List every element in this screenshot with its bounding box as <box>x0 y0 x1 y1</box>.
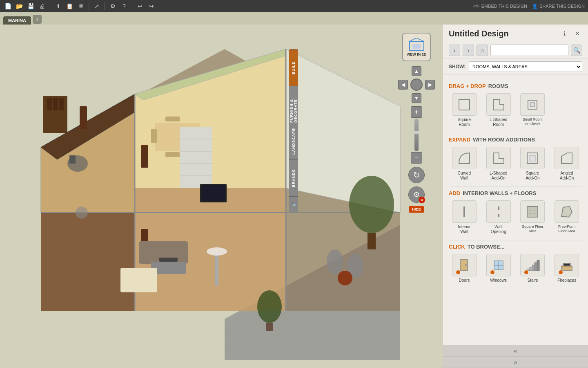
doors-icon <box>452 254 477 276</box>
nav-right-button[interactable]: ▶ <box>425 80 435 90</box>
zoom-slider[interactable] <box>414 119 419 151</box>
toolbar-right: </> EMBED THIS DESIGN 👤 SHARE THIS DESIG… <box>473 4 585 9</box>
item-square-room[interactable]: SquareRoom <box>449 93 480 127</box>
panel-forward-button[interactable]: › <box>463 45 474 56</box>
settings-icon[interactable]: ⚙ <box>108 2 117 11</box>
panel-search-input[interactable] <box>490 45 568 56</box>
collapse-down-button[interactable]: » <box>443 357 588 368</box>
undo-icon[interactable]: ↩ <box>136 2 145 11</box>
svg-rect-90 <box>532 265 535 271</box>
svg-rect-30 <box>59 98 64 110</box>
item-doors[interactable]: Doors <box>449 254 480 283</box>
interior-accent: ADD <box>449 190 460 196</box>
item-lshaped-room[interactable]: L-ShapedRoom <box>483 93 514 127</box>
zoom-handle[interactable] <box>414 131 419 134</box>
svg-line-62 <box>410 38 416 41</box>
nav-center-button[interactable] <box>410 79 423 91</box>
svg-rect-29 <box>53 98 58 110</box>
panel-nav: ‹ › ⌂ 🔍 <box>443 42 588 59</box>
svg-rect-25 <box>141 145 148 168</box>
share-button[interactable]: 👤 SHARE THIS DESIGN <box>532 4 585 9</box>
collapse-up-button[interactable]: « <box>443 345 588 357</box>
side-tab-build[interactable]: BUILD <box>289 49 298 86</box>
rotate-button[interactable]: ↻ <box>408 167 425 183</box>
interior-wall-icon <box>452 200 477 223</box>
zoom-in-button[interactable]: + <box>411 106 422 118</box>
svg-rect-92 <box>537 260 539 271</box>
svg-rect-28 <box>47 98 52 110</box>
share-icon: 👤 <box>532 4 538 9</box>
hide-label: HIDE <box>412 207 421 211</box>
svg-rect-77 <box>527 206 538 217</box>
drag-drop-accent: DRAG + DROP <box>449 83 486 89</box>
side-tab-brands[interactable]: BRANDS <box>289 159 298 196</box>
small-room-icon <box>520 93 545 116</box>
add-tab-button[interactable]: + <box>33 15 42 24</box>
nav-left-button[interactable]: ◀ <box>398 80 408 90</box>
item-angled-addon[interactable]: AngledAdd-On <box>551 147 582 181</box>
square-room-icon <box>452 93 477 116</box>
nav-up-button[interactable]: ▲ <box>412 66 421 76</box>
settings-overlay-button[interactable]: ⚙ ✕ <box>408 186 425 203</box>
item-small-room[interactable]: Small Roomor Closet <box>517 93 548 127</box>
sep2 <box>89 2 89 10</box>
zoom-out-button[interactable]: − <box>411 152 422 164</box>
tab-marina[interactable]: MARINA <box>3 16 31 25</box>
sep3 <box>105 2 105 10</box>
item-stairs[interactable]: Stairs <box>517 254 548 283</box>
side-tab-landscape[interactable]: LANDSCAPE <box>289 123 298 159</box>
export-icon[interactable]: ↗ <box>92 2 101 11</box>
nav-pad: ▲ ◀ ▶ ▼ <box>398 66 435 103</box>
open-icon[interactable]: 📂 <box>15 2 24 11</box>
print-icon[interactable]: 🖨 <box>38 2 47 11</box>
share-label: SHARE THIS DESIGN <box>539 4 585 9</box>
side-tab-search[interactable]: 🔍 <box>289 196 298 213</box>
new-icon[interactable]: 📄 <box>3 2 12 11</box>
stairs-label: Stairs <box>528 278 538 283</box>
panel-info-icon[interactable]: ℹ <box>559 29 569 38</box>
svg-rect-60 <box>266 323 273 331</box>
print2-icon[interactable]: 🖶 <box>76 2 85 11</box>
item-windows[interactable]: Windows <box>483 254 514 283</box>
item-wall-opening[interactable]: WallOpening <box>483 200 514 234</box>
view-2d-button[interactable]: VIEW IN 2D <box>402 33 431 61</box>
divider-2 <box>449 186 582 187</box>
stairs-icon <box>520 254 545 276</box>
item-square-addon[interactable]: SquareAdd-On <box>517 147 548 181</box>
hide-button[interactable]: HIDE <box>409 206 424 213</box>
panel-home-button[interactable]: ⌂ <box>477 45 488 56</box>
item-lshaped-addon[interactable]: L-ShapedAdd-On <box>483 147 514 181</box>
save-icon[interactable]: 💾 <box>26 2 35 11</box>
item-fireplaces[interactable]: Fireplaces <box>551 254 582 283</box>
pages-icon[interactable]: 📋 <box>65 2 74 11</box>
panel-back-button[interactable]: ‹ <box>449 45 460 56</box>
help-icon[interactable]: ? <box>120 2 129 11</box>
panel-search-button[interactable]: 🔍 <box>571 45 582 56</box>
expand-normal: WITH ROOM ADDITIONS <box>473 137 535 143</box>
svg-rect-49 <box>202 185 225 201</box>
svg-point-58 <box>207 247 227 256</box>
item-square-floor[interactable]: Square FloorArea <box>517 200 548 234</box>
canvas[interactable]: VIEW IN 2D ▲ ◀ ▶ ▼ + − ↻ ⚙ <box>0 25 443 368</box>
freeform-floor-label: Free-FormFloor Area <box>558 224 576 233</box>
redo-icon[interactable]: ↪ <box>147 2 156 11</box>
show-select[interactable]: ROOMS, WALLS & AREAS <box>469 61 582 72</box>
item-freeform-floor[interactable]: Free-FormFloor Area <box>551 200 582 234</box>
toolbar: 📄 📂 💾 🖨 ℹ 📋 🖶 ↗ ⚙ ? ↩ ↪ </> EMBED THIS D… <box>0 0 588 12</box>
svg-rect-66 <box>459 99 470 110</box>
item-curved-wall[interactable]: CurvedWall <box>449 147 480 181</box>
panel-close-icon[interactable]: ✕ <box>572 29 582 38</box>
svg-marker-82 <box>561 206 572 217</box>
item-interior-wall[interactable]: InteriorWall <box>449 200 480 234</box>
side-tab-furnish[interactable]: FURNISH & DECORATE <box>289 86 298 123</box>
zoom-control: + − <box>411 106 422 164</box>
svg-rect-43 <box>180 127 212 188</box>
nav-down-button[interactable]: ▼ <box>412 93 421 103</box>
svg-rect-50 <box>120 268 157 292</box>
info-icon[interactable]: ℹ <box>53 2 62 11</box>
small-room-label: Small Roomor Closet <box>523 117 543 126</box>
svg-rect-52 <box>368 233 376 249</box>
embed-button[interactable]: </> EMBED THIS DESIGN <box>473 4 527 9</box>
curved-wall-label: CurvedWall <box>458 171 471 181</box>
browse-grid: Doors Windows <box>449 254 582 283</box>
